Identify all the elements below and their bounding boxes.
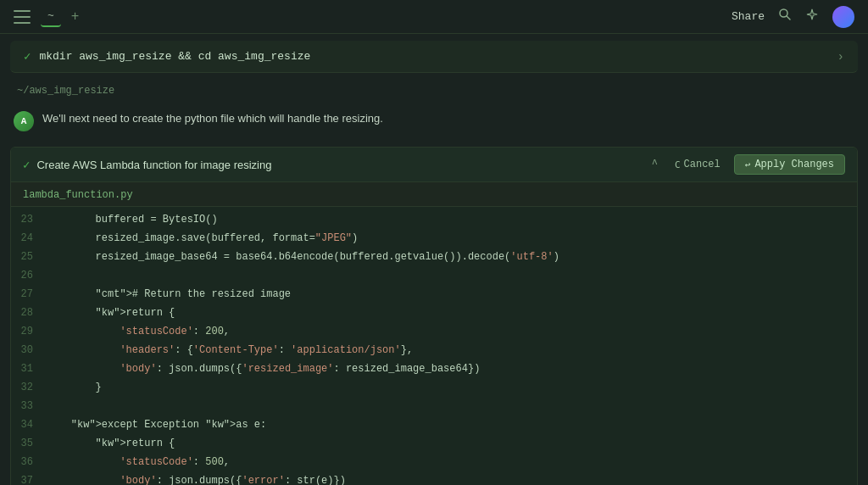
code-panel: ✓ Create AWS Lambda function for image r… bbox=[10, 147, 858, 485]
code-line: 36 'statusCode': 500, bbox=[11, 453, 857, 471]
line-content: 'body': json.dumps({'resized_image': res… bbox=[47, 360, 480, 377]
svg-line-1 bbox=[787, 16, 790, 20]
line-content: } bbox=[47, 379, 102, 396]
check-icon: ✓ bbox=[24, 49, 31, 64]
code-panel-header: ✓ Create AWS Lambda function for image r… bbox=[11, 148, 857, 182]
line-content: resized_image.save(buffered, format="JPE… bbox=[47, 230, 358, 247]
code-line: 28 "kw">return { bbox=[11, 304, 857, 322]
line-content: "kw">except Exception "kw">as e: bbox=[47, 416, 266, 433]
code-line: 25 resized_image_base64 = base64.b64enco… bbox=[11, 248, 857, 266]
line-content: buffered = BytesIO() bbox=[47, 211, 218, 228]
code-line: 35 "kw">return { bbox=[11, 434, 857, 453]
add-tab-button[interactable]: + bbox=[71, 9, 80, 25]
cancel-label: Cancel bbox=[684, 159, 721, 170]
line-number: 27 bbox=[11, 286, 47, 303]
code-panel-title-left: ✓ Create AWS Lambda function for image r… bbox=[23, 158, 271, 172]
apply-icon: ↩ bbox=[745, 159, 751, 170]
sparkle-icon[interactable] bbox=[805, 8, 819, 25]
code-line: 37 'body': json.dumps({'error': str(e)}) bbox=[11, 471, 857, 485]
code-panel-title: Create AWS Lambda function for image res… bbox=[36, 159, 271, 171]
search-icon[interactable] bbox=[778, 8, 792, 25]
line-number: 28 bbox=[11, 304, 47, 321]
line-content: 'statusCode': 500, bbox=[47, 454, 230, 471]
line-number: 23 bbox=[11, 211, 47, 228]
code-line: 24 resized_image.save(buffered, format="… bbox=[11, 229, 857, 248]
line-number: 33 bbox=[11, 398, 47, 415]
code-line: 30 'headers': {'Content-Type': 'applicat… bbox=[11, 341, 857, 360]
share-button[interactable]: Share bbox=[732, 10, 765, 23]
line-number: 25 bbox=[11, 248, 47, 265]
path-breadcrumb: ~/aws_img_resize bbox=[0, 80, 868, 102]
line-content: "cmt"># Return the resized image bbox=[47, 286, 291, 303]
code-line: 31 'body': json.dumps({'resized_image': … bbox=[11, 360, 857, 378]
line-content: "kw">return { bbox=[47, 304, 175, 321]
line-number: 35 bbox=[11, 435, 47, 452]
cancel-c-icon: C bbox=[675, 159, 681, 170]
code-line: 27 "cmt"># Return the resized image bbox=[11, 285, 857, 304]
agent-message: A We'll next need to create the python f… bbox=[0, 102, 868, 140]
line-number: 29 bbox=[11, 323, 47, 340]
code-line: 33 bbox=[11, 397, 857, 415]
apply-changes-button[interactable]: ↩ Apply Changes bbox=[734, 154, 845, 175]
active-tab[interactable]: ~ bbox=[41, 6, 61, 27]
code-line: 26 bbox=[11, 266, 857, 285]
panel-check-icon: ✓ bbox=[23, 158, 30, 172]
code-line: 32 } bbox=[11, 378, 857, 397]
file-tab-label: lambda_function.py bbox=[23, 189, 133, 201]
line-content bbox=[47, 267, 53, 284]
code-panel-actions: ^ C Cancel ↩ Apply Changes bbox=[648, 154, 845, 175]
line-number: 36 bbox=[11, 454, 47, 471]
line-content: resized_image_base64 = base64.b64encode(… bbox=[47, 248, 559, 265]
expand-icon[interactable]: › bbox=[837, 50, 844, 64]
tab-label: ~ bbox=[47, 9, 54, 22]
line-content: "kw">return { bbox=[47, 435, 175, 452]
caret-up-icon[interactable]: ^ bbox=[648, 157, 661, 172]
top-bar-right: Share bbox=[732, 6, 854, 28]
code-content: 23 buffered = BytesIO()24 resized_image.… bbox=[11, 207, 857, 485]
top-bar-left: ~ + bbox=[14, 6, 79, 27]
code-line: 23 buffered = BytesIO() bbox=[11, 210, 857, 229]
path-text: ~/aws_img_resize bbox=[17, 85, 114, 97]
agent-avatar-icon: A bbox=[14, 111, 34, 131]
line-content: 'body': json.dumps({'error': str(e)}) bbox=[47, 472, 346, 485]
user-avatar[interactable] bbox=[832, 6, 854, 28]
line-number: 30 bbox=[11, 342, 47, 359]
top-bar: ~ + Share bbox=[0, 0, 868, 34]
cancel-button[interactable]: C Cancel bbox=[668, 156, 727, 173]
apply-label: Apply Changes bbox=[754, 159, 834, 170]
line-number: 32 bbox=[11, 379, 47, 396]
code-line: 34 "kw">except Exception "kw">as e: bbox=[11, 415, 857, 434]
command-left: ✓ mkdir aws_img_resize && cd aws_img_res… bbox=[24, 49, 310, 64]
line-content: 'headers': {'Content-Type': 'application… bbox=[47, 342, 413, 359]
command-text: mkdir aws_img_resize && cd aws_img_resiz… bbox=[39, 50, 310, 63]
line-number: 24 bbox=[11, 230, 47, 247]
line-number: 26 bbox=[11, 267, 47, 284]
file-tab[interactable]: lambda_function.py bbox=[11, 182, 857, 207]
line-number: 31 bbox=[11, 360, 47, 377]
line-number: 37 bbox=[11, 472, 47, 485]
agent-message-text: We'll next need to create the python fil… bbox=[42, 110, 383, 127]
command-row: ✓ mkdir aws_img_resize && cd aws_img_res… bbox=[10, 41, 858, 73]
line-content bbox=[47, 398, 53, 415]
line-content: 'statusCode': 200, bbox=[47, 323, 230, 340]
line-number: 34 bbox=[11, 416, 47, 433]
sidebar-toggle-icon[interactable] bbox=[14, 10, 31, 24]
code-line: 29 'statusCode': 200, bbox=[11, 322, 857, 341]
